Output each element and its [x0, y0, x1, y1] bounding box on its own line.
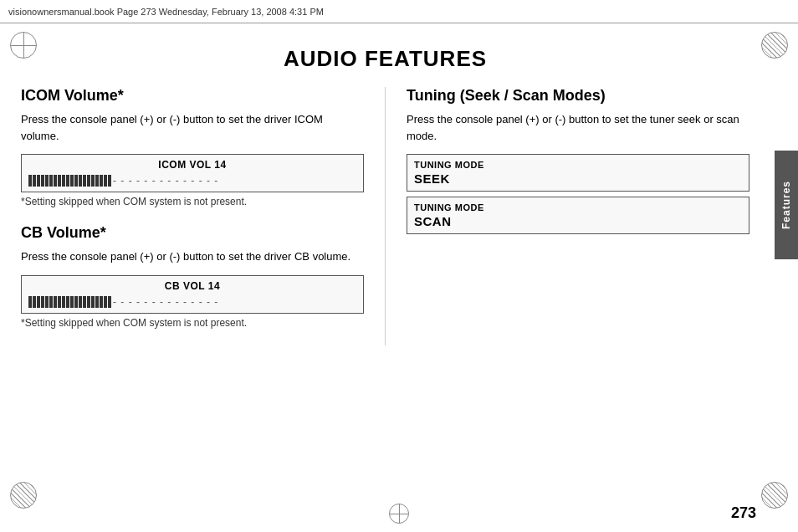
page-title: AUDIO FEATURES: [21, 46, 749, 72]
cb-bar-seg-18: [100, 296, 103, 308]
cb-note: *Setting skipped when COM system is not …: [21, 317, 364, 329]
bar-seg-6: [49, 175, 53, 187]
cb-bar-seg-8: [58, 296, 61, 308]
bar-seg-1: [28, 175, 32, 187]
cb-display-bar: - - - - - - - - - - - - - -: [22, 294, 363, 313]
cb-bar-seg-20: [108, 296, 111, 308]
cb-bar-seg-14: [83, 296, 86, 308]
bar-seg-14: [83, 175, 86, 187]
cb-bar-seg-1: [28, 296, 32, 308]
bar-seg-19: [104, 175, 107, 187]
cb-bar-seg-9: [62, 296, 65, 308]
cb-bar-seg-3: [37, 296, 40, 308]
cb-bar-seg-7: [54, 296, 57, 308]
header-bar: visionownersmanual.book Page 273 Wednesd…: [0, 0, 798, 23]
cb-bar-seg-4: [41, 296, 44, 308]
side-tab: Features: [775, 151, 798, 259]
bar-seg-17: [95, 175, 99, 187]
cb-bar-seg-6: [49, 296, 53, 308]
bar-seg-20: [108, 175, 111, 187]
cb-bar-seg-17: [95, 296, 99, 308]
cb-bar-dashes: - - - - - - - - - - - - - -: [113, 296, 218, 308]
bar-seg-8: [58, 175, 61, 187]
right-column: Tuning (Seek / Scan Modes) Press the con…: [386, 87, 749, 345]
icom-display-bar: - - - - - - - - - - - - - -: [22, 172, 363, 192]
tuning-scan-box: TUNING MODE SCAN: [407, 197, 749, 234]
bar-seg-4: [41, 175, 44, 187]
cb-display-title: CB VOL 14: [22, 276, 363, 294]
header-text: visionownersmanual.book Page 273 Wednesd…: [8, 7, 324, 17]
cb-bar-seg-5: [45, 296, 49, 308]
icom-note: *Setting skipped when COM system is not …: [21, 196, 364, 207]
tuning-scan-mode-label: TUNING MODE: [414, 202, 742, 212]
bar-seg-12: [74, 175, 78, 187]
icom-volume-desc: Press the console panel (+) or (-) butto…: [21, 111, 364, 144]
bar-seg-13: [79, 175, 82, 187]
tuning-seek-box: TUNING MODE SEEK: [407, 154, 749, 192]
tuning-seek-mode-value: SEEK: [414, 171, 742, 186]
cb-bar-segments: [28, 296, 111, 308]
icom-display-box: ICOM VOL 14: [21, 154, 364, 192]
bar-seg-18: [100, 175, 103, 187]
bar-seg-2: [33, 175, 36, 187]
bar-seg-9: [62, 175, 65, 187]
bar-seg-11: [70, 175, 74, 187]
bar-seg-5: [45, 175, 49, 187]
icom-volume-title: ICOM Volume*: [21, 87, 364, 105]
icom-bar-dashes: - - - - - - - - - - - - - -: [113, 175, 218, 187]
cb-bar-seg-2: [33, 296, 36, 308]
icom-bar-segments: [28, 175, 111, 187]
main-content: AUDIO FEATURES ICOM Volume* Press the co…: [0, 29, 775, 494]
bar-seg-16: [91, 175, 95, 187]
cb-bar-seg-10: [66, 296, 69, 308]
bar-seg-10: [66, 175, 69, 187]
icom-display-title: ICOM VOL 14: [22, 155, 363, 172]
cb-display-box: CB VOL 14: [21, 275, 364, 314]
cb-bar-seg-19: [104, 296, 107, 308]
bar-seg-7: [54, 175, 57, 187]
tuning-seek-mode-label: TUNING MODE: [414, 160, 742, 170]
cb-bar-seg-16: [91, 296, 95, 308]
cb-volume-title: CB Volume*: [21, 224, 364, 242]
cb-bar-seg-12: [74, 296, 78, 308]
cb-volume-desc: Press the console panel (+) or (-) butto…: [21, 248, 364, 265]
side-tab-label: Features: [780, 181, 792, 229]
cb-bar-seg-13: [79, 296, 82, 308]
left-column: ICOM Volume* Press the console panel (+)…: [21, 87, 386, 345]
tuning-desc: Press the console panel (+) or (-) butto…: [407, 111, 749, 144]
tuning-title: Tuning (Seek / Scan Modes): [407, 87, 749, 105]
tuning-scan-mode-value: SCAN: [414, 214, 742, 228]
cb-bar-seg-11: [70, 296, 74, 308]
bottom-center-decoration: [389, 504, 409, 524]
page-number: 273: [731, 504, 756, 522]
two-column-layout: ICOM Volume* Press the console panel (+)…: [21, 87, 749, 345]
bar-seg-3: [37, 175, 40, 187]
bar-seg-15: [87, 175, 90, 187]
cb-bar-seg-15: [87, 296, 90, 308]
